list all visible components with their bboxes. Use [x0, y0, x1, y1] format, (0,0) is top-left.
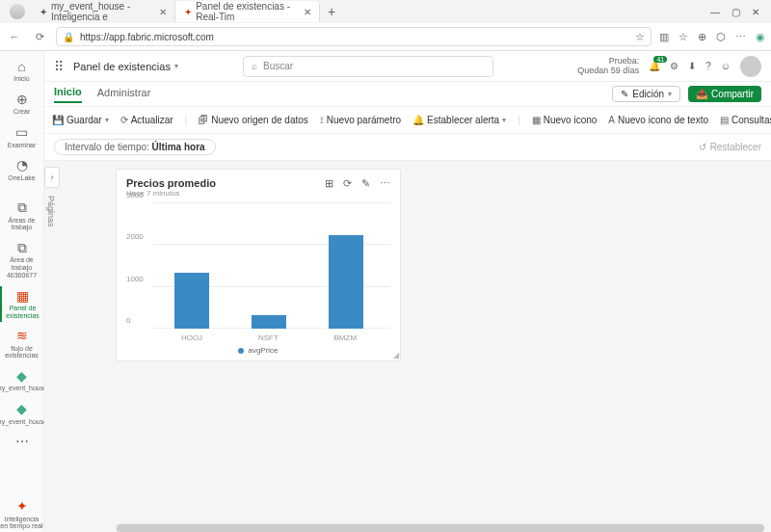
card-title: Precios promedio [126, 177, 216, 189]
address-bar: ← ⟳ 🔒 https://app.fabric.microsoft.com ☆… [0, 23, 771, 50]
profile-avatar-icon[interactable] [10, 4, 25, 19]
browse-icon: ▭ [15, 125, 28, 140]
rail-more[interactable]: ⋯ [0, 432, 43, 453]
more-icon: ⋯ [15, 435, 29, 449]
app-shell: ⌂Inicio ⊕Crear ▭Examinar ◔OneLake ⧉Áreas… [0, 51, 771, 532]
set-alert-button[interactable]: 🔔Establecer alerta▾ [412, 115, 506, 125]
database-icon: ◆ [16, 369, 27, 384]
tab-administrar[interactable]: Administrar [97, 87, 151, 102]
close-icon[interactable]: ✕ [304, 7, 311, 17]
x-tick: NSFT [258, 333, 279, 342]
text-tile-icon: A [608, 115, 615, 125]
rail-examinar[interactable]: ▭Examinar [0, 122, 43, 151]
close-icon[interactable]: ✕ [159, 7, 167, 17]
y-tick: 3000 [126, 191, 144, 200]
new-tab-button[interactable]: + [320, 4, 343, 19]
chart-plot [153, 203, 385, 329]
chevron-down-icon: ▾ [174, 62, 178, 70]
rail-house2[interactable]: ◆my_event_house [0, 399, 43, 428]
queries-button[interactable]: ▤Consultas de base [720, 115, 771, 125]
save-icon: 💾 [52, 115, 64, 125]
more-tile-icon[interactable]: ⋯ [380, 177, 390, 190]
maximize-icon[interactable]: ▢ [731, 7, 740, 17]
table-icon[interactable]: ⊞ [325, 177, 333, 190]
url-input[interactable]: 🔒 https://app.fabric.microsoft.com ☆ [56, 27, 651, 46]
card-header: Precios promedio Hace 7 minutos ⊞ ⟳ ✎ ⋯ [126, 177, 390, 198]
extension-icon[interactable]: ⬡ [716, 31, 726, 43]
browser-tab[interactable]: ✦ my_event_house - Inteligencia e ✕ [31, 1, 175, 22]
tab-favicon-icon: ✦ [39, 6, 47, 17]
rail-panel[interactable]: ▦Panel de existencias [0, 286, 43, 323]
page-title[interactable]: Panel de existencias▾ [73, 61, 178, 72]
copilot-icon[interactable]: ◉ [756, 31, 765, 43]
rail-crear[interactable]: ⊕Crear [0, 90, 43, 119]
dashboard-icon: ▦ [16, 289, 29, 304]
rail-inicio[interactable]: ⌂Inicio [0, 57, 43, 86]
user-avatar[interactable] [740, 56, 761, 77]
chart-card[interactable]: Precios promedio Hace 7 minutos ⊞ ⟳ ✎ ⋯ … [116, 169, 401, 361]
refresh-tile-icon[interactable]: ⟳ [343, 177, 352, 190]
favorites-icon[interactable]: ☆ [678, 31, 688, 43]
database-icon: ◆ [16, 402, 27, 416]
card-actions: ⊞ ⟳ ✎ ⋯ [325, 177, 390, 190]
settings-icon[interactable]: ⚙ [670, 61, 678, 71]
bar[interactable] [329, 235, 363, 330]
bar[interactable] [174, 273, 209, 330]
collapse-pages-button[interactable]: › [44, 167, 60, 188]
collections-icon[interactable]: ⊕ [698, 31, 706, 43]
rail-workspaces[interactable]: ⧉Áreas de trabajo [0, 198, 43, 234]
refresh-icon[interactable]: ⟳ [31, 31, 48, 43]
rail-workspace-id[interactable]: ⧉Área de trabajo 46360677 [0, 238, 43, 281]
new-text-tile-button[interactable]: ANuevo icono de texto [608, 115, 708, 125]
bar[interactable] [252, 315, 286, 329]
top-right-actions: Prueba: Quedan 59 días 🔔41 ⚙ ⬇ ? ☺ [577, 56, 761, 77]
main-area: ⠿ Panel de existencias▾ ⌕ Buscar Prueba:… [44, 51, 771, 532]
search-input[interactable]: ⌕ Buscar [243, 56, 493, 77]
feedback-icon[interactable]: ☺ [721, 61, 731, 71]
scrollbar-thumb[interactable] [117, 524, 764, 532]
new-param-button[interactable]: ⟟Nuevo parámetro [320, 115, 401, 126]
rail-onelake[interactable]: ◔OneLake [0, 155, 43, 184]
new-datasource-button[interactable]: 🗐Nuevo origen de datos [199, 115, 308, 125]
app-launcher-icon[interactable]: ⠿ [54, 59, 64, 74]
undo-icon: ↺ [699, 142, 706, 152]
x-tick: HOOJ [181, 333, 202, 342]
share-button[interactable]: 📤Compartir [688, 86, 761, 102]
apps-icon[interactable]: ▥ [659, 31, 669, 43]
notification-button[interactable]: 🔔41 [649, 61, 660, 71]
help-icon[interactable]: ? [705, 61, 711, 71]
bell-icon: 🔔 [412, 115, 424, 125]
browser-chrome: ✦ my_event_house - Inteligencia e ✕ ✦ Pa… [0, 0, 771, 51]
rail-flujo[interactable]: ≋flujo de existencias [0, 326, 43, 362]
rail-house1[interactable]: ◆my_event_house [0, 366, 43, 395]
top-bar: ⠿ Panel de existencias▾ ⌕ Buscar Prueba:… [44, 51, 771, 82]
tab-favicon-icon: ✦ [183, 6, 192, 17]
x-labels: HOOJNSFTBMZM [153, 333, 385, 342]
edit-tile-icon[interactable]: ✎ [361, 177, 370, 190]
favorite-icon[interactable]: ☆ [635, 31, 645, 43]
minimize-icon[interactable]: — [710, 7, 720, 17]
time-range-chip[interactable]: Intervalo de tiempo: Última hora [54, 139, 216, 155]
rail-inteligencia[interactable]: ✦Inteligencia en tiempo real [0, 496, 43, 532]
close-window-icon[interactable]: ✕ [752, 7, 759, 17]
reset-button[interactable]: ↺Restablecer [699, 142, 761, 152]
new-tile-button[interactable]: ▦Nuevo icono [532, 115, 598, 125]
edit-mode-button[interactable]: ✎Edición▾ [612, 86, 680, 102]
save-button[interactable]: 💾Guardar▾ [52, 115, 109, 125]
filter-bar: Intervalo de tiempo: Última hora ↺Restab… [44, 134, 771, 161]
legend-color-icon [238, 348, 244, 354]
y-axis: 3000 2000 1000 0 [126, 203, 153, 329]
notification-badge: 41 [653, 56, 667, 63]
more-icon[interactable]: ⋯ [735, 31, 746, 43]
tile-icon: ▦ [532, 115, 541, 125]
extension-icons: ▥ ☆ ⊕ ⬡ ⋯ ◉ [659, 31, 765, 43]
download-icon[interactable]: ⬇ [688, 61, 696, 71]
back-icon[interactable]: ← [6, 31, 23, 42]
resize-handle-icon[interactable]: ◢ [393, 351, 399, 359]
refresh-button[interactable]: ⟳Actualizar [120, 115, 173, 125]
onelake-icon: ◔ [16, 158, 28, 173]
tab-inicio[interactable]: Inicio [54, 86, 82, 103]
horizontal-scrollbar[interactable] [116, 523, 763, 532]
browser-tab-active[interactable]: ✦ Panel de existencias - Real-Tim ✕ [175, 1, 320, 22]
param-icon: ⟟ [320, 115, 324, 126]
